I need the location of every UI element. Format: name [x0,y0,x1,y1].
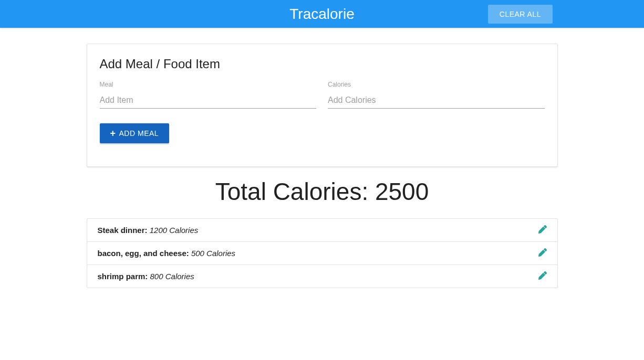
item-text: shrimp parm: 800 Calories [98,272,194,281]
app-title: Tracalorie [289,6,354,23]
meal-field-group: Meal [100,81,317,109]
meal-label: Meal [100,81,317,88]
meal-list: Steak dinner: 1200 Caloriesbacon, egg, a… [87,218,558,288]
item-calories: 500 Calories [191,249,235,258]
list-item: shrimp parm: 800 Calories [87,265,557,288]
total-value: 2500 [375,178,429,205]
add-meal-button[interactable]: + ADD MEAL [100,123,170,143]
total-label: Total Calories: [215,178,375,205]
item-name: shrimp parm: [98,272,150,281]
navbar: Tracalorie CLEAR ALL [0,0,644,28]
pencil-icon[interactable] [538,271,547,280]
calories-input[interactable] [328,92,545,109]
calories-field-group: Calories [328,81,545,109]
card-title: Add Meal / Food Item [100,57,545,71]
edit-item-button[interactable] [538,225,547,235]
calories-label: Calories [328,81,545,88]
list-item: Steak dinner: 1200 Calories [87,219,557,242]
meal-input[interactable] [100,92,317,109]
list-item: bacon, egg, and cheese: 500 Calories [87,242,557,265]
pencil-icon[interactable] [538,248,547,257]
item-text: bacon, egg, and cheese: 500 Calories [98,249,236,258]
item-calories: 1200 Calories [150,226,199,235]
clear-all-button[interactable]: CLEAR ALL [488,5,553,24]
edit-item-button[interactable] [538,248,547,258]
item-name: Steak dinner: [98,226,150,235]
add-meal-card: Add Meal / Food Item Meal Calories + ADD… [87,44,558,167]
item-calories: 800 Calories [150,272,194,281]
item-text: Steak dinner: 1200 Calories [98,226,199,235]
add-meal-label: ADD MEAL [119,129,159,137]
edit-item-button[interactable] [538,271,547,281]
item-name: bacon, egg, and cheese: [98,249,191,258]
pencil-icon[interactable] [538,225,547,234]
total-calories-heading: Total Calories: 2500 [87,177,558,206]
plus-icon: + [110,129,116,138]
